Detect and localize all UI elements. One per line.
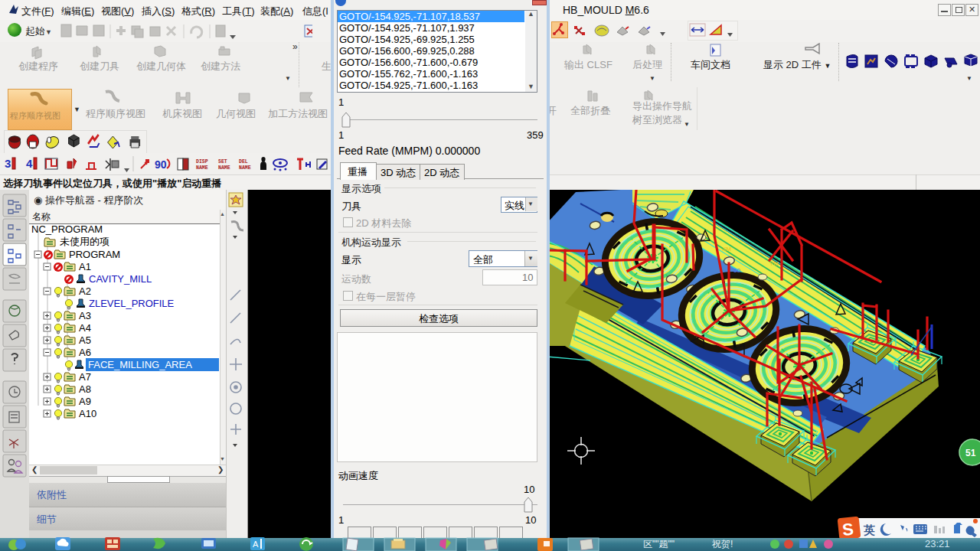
svg-text:祝贺!: 祝贺! [711, 539, 733, 549]
svg-text:90: 90 [155, 158, 167, 171]
svg-text:NAME: NAME [239, 165, 251, 171]
svg-text:XM: XM [722, 246, 731, 253]
svg-text:A8: A8 [79, 383, 91, 395]
svg-text:A5: A5 [79, 334, 91, 346]
svg-text:A1: A1 [79, 261, 91, 272]
svg-text:A6: A6 [79, 347, 91, 358]
svg-text:A10: A10 [79, 408, 96, 419]
svg-text:未使用的项: 未使用的项 [60, 236, 109, 247]
svg-text:A7: A7 [79, 371, 91, 383]
svg-text:A3: A3 [79, 310, 91, 321]
svg-text:NAME: NAME [218, 165, 230, 171]
svg-text:3: 3 [5, 157, 11, 170]
svg-text:A9: A9 [79, 396, 91, 407]
svg-text:ZLEVEL_PROFILE: ZLEVEL_PROFILE [89, 298, 175, 309]
svg-text:SET: SET [218, 159, 227, 165]
svg-text:51: 51 [965, 448, 976, 458]
svg-text:A2: A2 [79, 285, 91, 297]
svg-text:A4: A4 [79, 322, 91, 334]
svg-text:YM: YM [769, 260, 779, 267]
svg-text:PROGRAM: PROGRAM [69, 249, 120, 260]
svg-text:区""题"": 区""题"" [643, 539, 675, 549]
svg-text:DISP: DISP [196, 159, 208, 165]
svg-text:NAME: NAME [196, 165, 208, 171]
svg-text:50: 50 [733, 267, 740, 274]
svg-text:A: A [253, 540, 259, 549]
svg-text:4: 4 [26, 157, 33, 170]
svg-text:NC_PROGRAM: NC_PROGRAM [31, 223, 103, 235]
svg-text:CAVITY_MILL: CAVITY_MILL [89, 273, 152, 285]
svg-text:DEL: DEL [239, 159, 248, 165]
svg-text:23:21: 23:21 [925, 538, 950, 549]
svg-text:FACE_MILLING_AREA: FACE_MILLING_AREA [88, 359, 192, 370]
